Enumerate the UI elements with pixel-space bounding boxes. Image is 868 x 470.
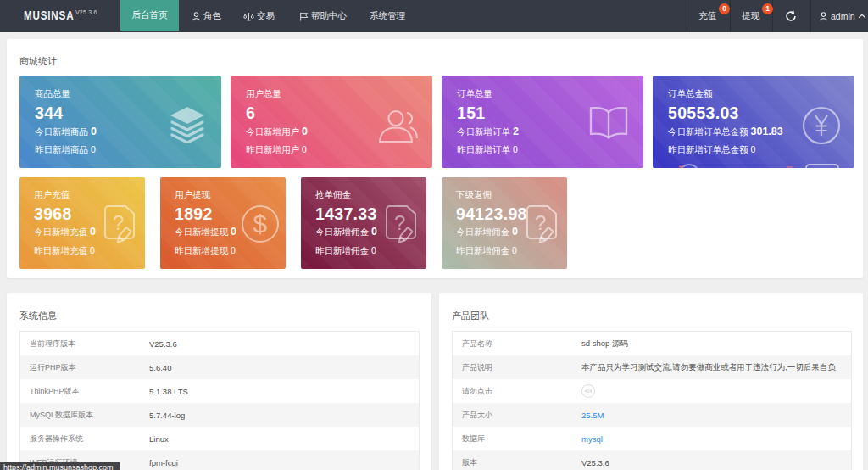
user-name: admin xyxy=(831,11,855,21)
card-yesterday-value: 0 xyxy=(91,144,96,154)
user-icon xyxy=(192,12,201,21)
row-label: 产品大小 xyxy=(453,410,581,421)
row-value: V25.3.6 xyxy=(149,339,177,349)
table-row: 请勿点击 404 xyxy=(453,379,851,403)
nav-item-roles[interactable]: 角色 xyxy=(192,0,221,32)
row-label: 产品名称 xyxy=(453,339,581,350)
card-today-label: 今日新增订单总金额 xyxy=(668,126,748,137)
card-value: 151 xyxy=(457,104,485,122)
nav-item-help[interactable]: 帮助中心 xyxy=(299,0,347,32)
row-value: V25.3.6 xyxy=(581,458,609,467)
card-today: 今日新增佣金0 xyxy=(456,227,518,237)
stat-card-orders: 订单总量 151 今日新增订单2 昨日新增订单0 xyxy=(442,76,643,168)
nav-item-system[interactable]: 系统管理 xyxy=(370,0,405,32)
nav-action-recharge-label: 充值 xyxy=(698,10,716,22)
user-icon xyxy=(819,12,828,21)
scale-icon xyxy=(243,11,254,22)
card-title: 订单总金额 xyxy=(668,88,713,100)
row-label: ThinkPHP版本 xyxy=(20,386,149,397)
nav-item-roles-label: 角色 xyxy=(203,10,221,22)
system-info-panel: 系统信息 当前程序版本 V25.3.6 运行PHP版本 5.6.40 Think… xyxy=(7,293,431,470)
product-team-panel: 产品团队 产品名称 sd shop 源码 产品说明 本产品只为学习测试交流,请勿… xyxy=(439,293,863,470)
row-label: MySQL数据库版本 xyxy=(20,410,149,421)
clipped-red-deco xyxy=(787,166,793,168)
card-value: 3968 xyxy=(34,205,72,223)
row-value: 5.6.40 xyxy=(149,363,171,372)
card-yesterday: 昨日新增佣金0 xyxy=(456,245,517,255)
table-row: 数据库 mysql xyxy=(453,427,851,450)
svg-text:$: $ xyxy=(253,210,268,238)
nav-action-withdraw[interactable]: 提现 xyxy=(742,0,760,32)
product-size-link[interactable]: 25.5M xyxy=(581,411,604,420)
card-today-label: 今日新增充值 xyxy=(34,227,87,237)
card-yesterday-label: 昨日新增订单 xyxy=(457,144,510,154)
card-today-label: 今日新增用户 xyxy=(246,126,299,137)
card-today: 今日新增订单2 xyxy=(457,126,519,137)
clipped-circle-deco xyxy=(678,163,700,168)
card-today-value: 0 xyxy=(512,226,518,238)
card-yesterday-label: 昨日新增佣金 xyxy=(456,245,509,255)
edit-note-icon: ? xyxy=(381,204,420,247)
nav-separator xyxy=(772,0,773,32)
card-today: 今日新增商品0 xyxy=(35,126,97,137)
row-label: 服务器操作系统 xyxy=(20,434,149,445)
card-title: 用户总量 xyxy=(246,88,281,100)
user-menu[interactable]: admin xyxy=(819,0,866,32)
card-title: 商品总量 xyxy=(35,88,70,100)
row-value: 5.7.44-log xyxy=(149,411,185,420)
row-label: 产品说明 xyxy=(453,362,581,373)
nav-action-withdraw-label: 提现 xyxy=(742,10,760,22)
row-value: sd shop 源码 xyxy=(581,339,628,350)
edit-note-icon: ? xyxy=(100,204,139,247)
table-row: 版本 V25.3.6 xyxy=(453,450,851,470)
card-value: 1892 xyxy=(175,205,213,223)
card-yesterday-value: 0 xyxy=(231,245,236,255)
refresh-button[interactable] xyxy=(785,0,797,32)
broken-image-404-icon[interactable]: 404 xyxy=(581,384,595,398)
yen-circle-icon xyxy=(802,106,841,145)
card-yesterday-value: 0 xyxy=(302,144,307,154)
svg-text:?: ? xyxy=(394,211,405,234)
card-title: 用户提现 xyxy=(175,189,210,201)
card-yesterday-value: 0 xyxy=(512,245,517,255)
card-today-value: 0 xyxy=(91,126,97,137)
system-info-table: 当前程序版本 V25.3.6 运行PHP版本 5.6.40 ThinkPHP版本… xyxy=(19,331,420,470)
nav-action-recharge[interactable]: 充值 xyxy=(698,0,716,32)
card-title: 下级返佣 xyxy=(456,189,492,201)
stat-card-users: 用户总量 6 今日新增用户0 昨日新增用户0 xyxy=(231,76,432,168)
nav-separator xyxy=(687,0,687,32)
nav-tab-dashboard[interactable]: 后台首页 xyxy=(120,0,179,31)
card-yesterday-label: 昨日新增佣金 xyxy=(315,245,369,255)
brand-version: V25.3.6 xyxy=(75,9,97,15)
card-today-value: 0 xyxy=(302,126,308,137)
row-value: 本产品只为学习测试交流,请勿要做商业或者用于违法行为,一切后果自负 xyxy=(581,362,836,373)
card-yesterday-value: 0 xyxy=(513,144,518,154)
stat-card-products: 商品总量 344 今日新增商品0 昨日新增商品0 xyxy=(19,76,221,168)
recharge-badge: 0 xyxy=(719,3,730,14)
card-yesterday: 昨日新增商品0 xyxy=(35,144,96,154)
table-row: 当前程序版本 V25.3.6 xyxy=(20,332,419,355)
flag-icon xyxy=(299,12,309,21)
svg-text:?: ? xyxy=(113,211,124,234)
row-label: 运行PHP版本 xyxy=(20,362,149,373)
row-label: 版本 xyxy=(453,457,581,468)
database-link[interactable]: mysql xyxy=(581,434,603,444)
row-value: Linux xyxy=(149,434,169,444)
card-today-label: 今日新增订单 xyxy=(457,126,510,137)
row-value: fpm-fcgi xyxy=(149,458,178,467)
card-today-value: 0 xyxy=(231,226,236,238)
nav-item-trade[interactable]: 交易 xyxy=(243,0,275,32)
nav-tab-dashboard-label: 后台首页 xyxy=(132,9,168,21)
shop-stats-panel: 商城统计 商品总量 344 今日新增商品0 昨日新增商品0 用户总量 6 今日新… xyxy=(7,39,863,278)
panel-title: 商城统计 xyxy=(19,55,57,68)
row-value: 5.1.38 LTS xyxy=(149,387,188,396)
nav-separator xyxy=(730,0,731,32)
stat-card-order-amount: 订单总金额 50553.03 今日新增订单总金额301.83 昨日新增订单总金额… xyxy=(653,76,854,168)
card-today-label: 今日新增提现 xyxy=(175,227,228,237)
card-yesterday-label: 昨日新增提现 xyxy=(175,245,228,255)
card-today: 今日新增用户0 xyxy=(246,126,308,137)
edit-note-icon: ? xyxy=(522,204,561,247)
panel-title: 系统信息 xyxy=(19,310,57,322)
card-yesterday: 昨日新增订单总金额0 xyxy=(668,144,755,154)
nav-item-system-label: 系统管理 xyxy=(370,10,405,22)
